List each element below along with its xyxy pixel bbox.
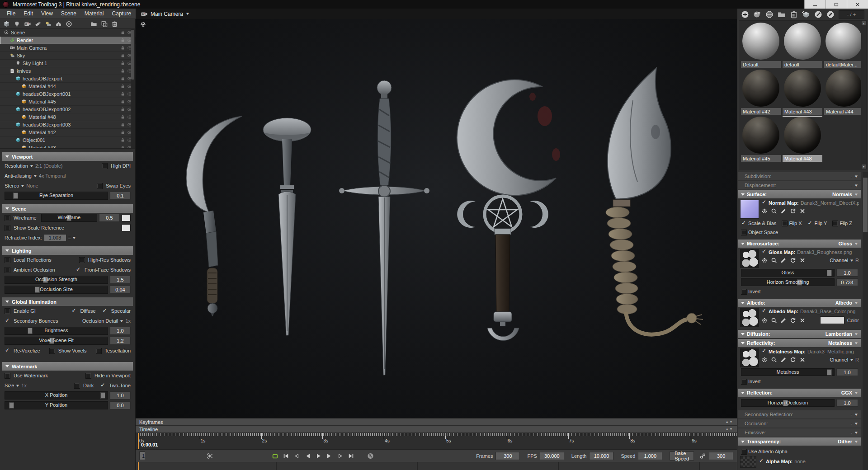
dark-checkbox[interactable]: [74, 383, 80, 389]
maximize-button[interactable]: [826, 0, 847, 9]
tree-item-object001[interactable]: Object001: [0, 136, 135, 144]
watermark-size-dropdown-icon[interactable]: ▼: [15, 384, 20, 388]
material-tile-default[interactable]: Default: [741, 23, 781, 68]
diffusion-header[interactable]: Diffusion:Lambertian▼: [738, 330, 861, 338]
map-clear-icon[interactable]: [799, 257, 806, 263]
subdivision-header[interactable]: Subdivision:-▼: [738, 172, 861, 180]
trash-icon[interactable]: [790, 10, 798, 19]
fps-value[interactable]: 30.000: [540, 452, 564, 460]
plus-circle-icon[interactable]: [741, 10, 749, 19]
length-value[interactable]: 10.000: [589, 452, 613, 460]
show-scale-checkbox[interactable]: [5, 225, 10, 231]
transparency-header[interactable]: Transparency:Dither▼: [738, 437, 861, 446]
folder-toolbar-icon[interactable]: [90, 20, 98, 27]
map-settings-gear-icon[interactable]: [761, 257, 768, 263]
object-space-checkbox[interactable]: [741, 230, 747, 235]
lock-icon[interactable]: [120, 92, 126, 97]
tree-item-material-45[interactable]: Material #45: [0, 98, 135, 106]
camera-selector[interactable]: Main Camera: [151, 11, 183, 17]
gloss-map-checkbox[interactable]: [761, 249, 767, 255]
flip-y-checkbox[interactable]: [807, 221, 813, 226]
map-settings-gear-icon[interactable]: [761, 357, 768, 363]
secondary-bounces-checkbox[interactable]: [5, 318, 10, 324]
tree-item-knives[interactable]: knives: [0, 67, 135, 75]
alpha-map-thumbnail[interactable]: [740, 456, 756, 468]
preset-dropdown-icon[interactable]: ▼: [72, 236, 76, 240]
scroll-up-icon[interactable]: ▲: [862, 21, 866, 25]
gi-section-header[interactable]: Global Illumination: [2, 297, 133, 306]
emissive-header[interactable]: Emissive:-▼: [738, 428, 861, 437]
material-tile-material-44[interactable]: Material #44: [824, 70, 864, 115]
bulb-toolbar-icon[interactable]: [13, 20, 21, 27]
duplicate-toolbar-icon[interactable]: [100, 20, 108, 27]
paint-l-icon[interactable]: [814, 10, 822, 19]
map-settings-gear-icon[interactable]: [761, 208, 768, 214]
normal-map-checkbox[interactable]: [761, 200, 767, 206]
flip-x-checkbox[interactable]: [782, 221, 788, 226]
wireframe-color-swatch[interactable]: [122, 214, 131, 221]
tree-item-headusobjexport002[interactable]: headusOBJexport002: [0, 106, 135, 113]
horizon-smoothing-slider[interactable]: Horizon Smoothing: [741, 278, 835, 286]
scale-reference-swatch[interactable]: [122, 224, 131, 231]
tree-item-scene[interactable]: Scene: [0, 29, 135, 37]
scale-bias-checkbox[interactable]: [741, 221, 747, 226]
occlusion-header[interactable]: Occlusion:-▼: [738, 419, 861, 428]
tree-item-headusobjexport001[interactable]: headusOBJexport001: [0, 90, 135, 98]
displacement-header[interactable]: Displacement:-▼: [738, 181, 861, 189]
brightness-slider[interactable]: Brightness: [5, 327, 108, 335]
trash-toolbar-icon[interactable]: [111, 20, 118, 27]
lock-icon[interactable]: [120, 138, 126, 143]
ambient-occlusion-checkbox[interactable]: [5, 267, 10, 273]
gloss-value[interactable]: 1.0: [836, 269, 858, 277]
skip-start-button[interactable]: [281, 452, 290, 460]
stereo-value[interactable]: None: [26, 183, 38, 188]
loop-frames-value[interactable]: 300: [709, 452, 733, 460]
viewport-settings-gear-icon[interactable]: [139, 21, 146, 28]
lock-icon[interactable]: [120, 99, 126, 104]
tree-item-material-44[interactable]: Material #44: [0, 83, 135, 90]
horizon-occlusion-slider[interactable]: Horizon Occlusion: [741, 399, 835, 407]
map-search-icon[interactable]: [771, 208, 777, 214]
wireframe-slider[interactable]: Wireframe: [41, 214, 97, 222]
channel-dropdown-icon[interactable]: ▼: [849, 258, 854, 263]
menu-material[interactable]: Material: [80, 10, 108, 17]
albedo-map-checkbox[interactable]: [761, 308, 767, 314]
expand-icons[interactable]: ▲▼: [725, 420, 733, 424]
track-playhead[interactable]: [138, 462, 139, 470]
metalness-slider[interactable]: Metalness: [741, 368, 835, 376]
alpha-map-checkbox[interactable]: [759, 458, 764, 464]
stereo-dropdown-icon[interactable]: ▼: [20, 184, 25, 188]
re-voxelize-checkbox[interactable]: [5, 348, 10, 354]
material-tile-material-42[interactable]: Material #42: [741, 70, 781, 115]
expand-icons[interactable]: ▲▼: [725, 427, 733, 431]
hide-in-viewport-checkbox[interactable]: [85, 373, 91, 379]
watermark-section-header[interactable]: Watermark: [2, 362, 133, 371]
diffuse-checkbox[interactable]: [71, 308, 77, 314]
front-face-shadows-checkbox[interactable]: [75, 267, 81, 273]
map-edit-pencil-icon[interactable]: [780, 317, 787, 324]
horizon-occlusion-value[interactable]: 1.0: [836, 399, 858, 407]
scissors-icon[interactable]: [207, 452, 213, 460]
map-search-icon[interactable]: [771, 357, 777, 363]
play-outline-button[interactable]: [335, 452, 344, 460]
tree-item-sky-light-1[interactable]: Sky Light 1: [0, 60, 135, 67]
flip-z-checkbox[interactable]: [832, 221, 838, 226]
tree-item-headusobjexport[interactable]: headusOBJexport: [0, 75, 135, 83]
antialiasing-dropdown-icon[interactable]: ▼: [33, 174, 38, 178]
albedo-header[interactable]: Albedo:Albedo▼: [738, 299, 861, 307]
occlusion-size-slider[interactable]: Occlusion Size: [5, 286, 108, 294]
lighting-section-header[interactable]: Lighting: [2, 246, 133, 255]
lock-icon[interactable]: [120, 130, 126, 135]
x-position-slider[interactable]: X Position: [5, 391, 108, 400]
camera-toolbar-icon[interactable]: [24, 20, 31, 27]
properties-scrollbar[interactable]: [863, 172, 868, 470]
lock-icon[interactable]: [120, 46, 126, 51]
timeline-ruler[interactable]: 0:00.01 0s1s2s3s4s5s6s7s8s9s: [136, 433, 737, 450]
refractive-index-input[interactable]: 1.003: [44, 234, 66, 242]
invert-checkbox[interactable]: [741, 289, 747, 295]
map-search-icon[interactable]: [771, 257, 777, 263]
disc-toolbar-icon[interactable]: [65, 20, 73, 27]
use-albedo-alpha-checkbox[interactable]: [741, 449, 747, 455]
menu-scene[interactable]: Scene: [57, 10, 80, 17]
occlusion-strength-value[interactable]: 1.5: [110, 276, 131, 284]
